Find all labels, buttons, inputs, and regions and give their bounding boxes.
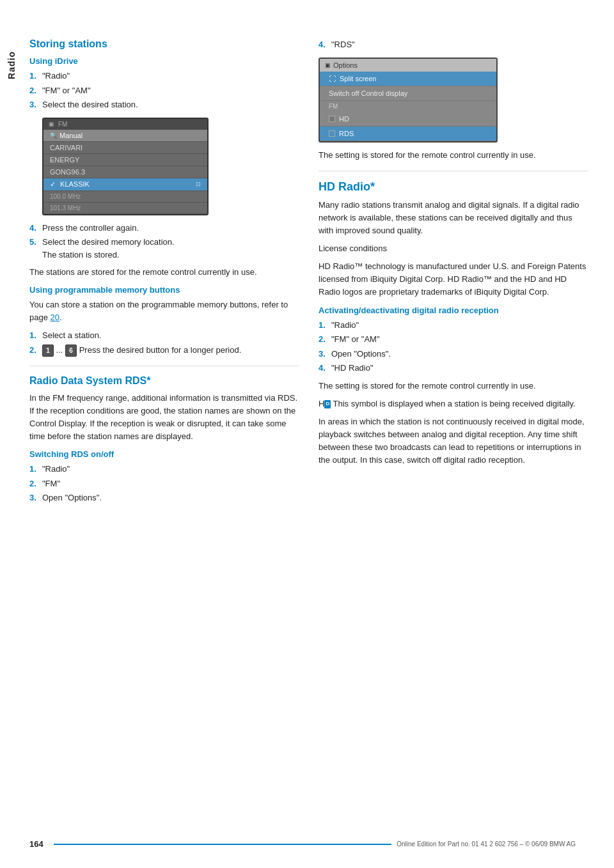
options-screen: ▣ Options ⛶ Split screen Switch off Cont… bbox=[319, 58, 498, 143]
list-item: 4. "HD Radio" bbox=[319, 362, 588, 375]
activating-steps-list: 1. "Radio" 2. "FM" or "AM" 3. Open "Opti… bbox=[319, 319, 588, 375]
step-text: "FM" or "AM" bbox=[42, 84, 91, 97]
radio-freq-item: 100.0 MHz bbox=[43, 191, 207, 203]
options-rds-item: RDS bbox=[320, 127, 496, 141]
memory-btn-6: 6 bbox=[65, 345, 77, 357]
step-text: Select a station. bbox=[42, 329, 102, 342]
list-item: 1. Select a station. bbox=[29, 329, 299, 342]
step-text: Open "Options". bbox=[331, 348, 391, 360]
radio-screen-body: 🔍 Manual CARIVARI ENERGY GONG96.3 ✓ KLAS… bbox=[43, 130, 207, 214]
step-num: 3. bbox=[319, 348, 329, 360]
options-title: Options bbox=[333, 61, 358, 69]
step-text: "Radio" bbox=[42, 70, 70, 82]
hd-symbol: D bbox=[324, 400, 331, 408]
list-item: 3. Open "Options". bbox=[29, 492, 299, 504]
step-num: 5. bbox=[29, 236, 40, 249]
step-text: Press the controller again. bbox=[42, 222, 139, 235]
list-item: 2. "FM" or "AM" bbox=[29, 84, 299, 97]
right-column: 4. "RDS" ▣ Options ⛶ Split screen Switch… bbox=[319, 38, 588, 817]
radio-brand-icon: ▣ bbox=[49, 121, 54, 127]
step-text: "Radio" bbox=[331, 319, 359, 332]
step-num: 2. bbox=[319, 333, 329, 346]
page-number: 164 bbox=[29, 839, 43, 849]
using-idrive-subtitle: Using iDrive bbox=[29, 56, 299, 66]
radio-freq-item: 101.3 MHz bbox=[43, 203, 207, 214]
options-brand-icon: ▣ bbox=[325, 62, 331, 68]
step-num: 4. bbox=[319, 38, 329, 51]
list-item: 3. Select the desired station. bbox=[29, 98, 299, 111]
programmable-body: You can store a station on the programma… bbox=[29, 298, 299, 324]
left-column: Storing stations Using iDrive 1. "Radio"… bbox=[29, 38, 299, 817]
idrive-body: The stations are stored for the remote c… bbox=[29, 266, 299, 279]
search-icon: 🔍 bbox=[50, 132, 57, 139]
hd-checkbox bbox=[329, 116, 335, 122]
rds-step4-list: 4. "RDS" bbox=[319, 38, 588, 51]
step-num: 1. bbox=[319, 319, 329, 332]
footer-text: Online Edition for Part no. 01 41 2 602 … bbox=[397, 841, 576, 848]
sidebar-tab: Radio bbox=[0, 0, 23, 868]
radio-manual-item: 🔍 Manual bbox=[43, 130, 207, 142]
activating-body3: In areas in which the station is not con… bbox=[319, 415, 588, 467]
list-item: 1. "Radio" bbox=[319, 319, 588, 332]
step-text: Select the desired memory location.The s… bbox=[42, 236, 175, 261]
rds-steps-list: 1. "Radio" 2. "FM" 3. Open "Options". bbox=[29, 463, 299, 504]
manual-label: Manual bbox=[59, 132, 83, 139]
step-text: "HD Radio" bbox=[331, 362, 374, 375]
radio-list-item: ENERGY bbox=[43, 154, 207, 166]
list-item: 1. "Radio" bbox=[29, 70, 299, 82]
footer-line bbox=[54, 844, 392, 845]
main-content: Storing stations Using iDrive 1. "Radio"… bbox=[23, 0, 614, 868]
step-text: 1 ... 6 Press the desired button for a l… bbox=[42, 344, 241, 357]
options-body: The setting is stored for the remote con… bbox=[319, 149, 588, 162]
rds-body: In the FM frequency range, additional in… bbox=[29, 392, 299, 444]
rds-checkbox bbox=[329, 130, 335, 137]
hd-symbol-desc: This symbol is displayed when a station … bbox=[333, 399, 576, 408]
list-item: 4. "RDS" bbox=[319, 38, 588, 51]
step-text: "FM" bbox=[42, 477, 60, 490]
step-num: 1. bbox=[29, 463, 40, 476]
step-text: "FM" or "AM" bbox=[331, 333, 380, 346]
activating-subtitle: Activating/deactivating digital radio re… bbox=[319, 306, 588, 315]
rds-label: RDS bbox=[339, 130, 354, 137]
switching-rds-subtitle: Switching RDS on/off bbox=[29, 449, 299, 459]
sidebar-label: Radio bbox=[6, 51, 17, 79]
list-item: 5. Select the desired memory location.Th… bbox=[29, 236, 299, 261]
hd-label: HD bbox=[339, 115, 349, 123]
section-divider bbox=[29, 366, 299, 366]
memory-btn-1: 1 bbox=[42, 345, 54, 357]
step-text: Select the desired station. bbox=[42, 98, 138, 111]
using-programmable-subtitle: Using programmable memory buttons bbox=[29, 285, 299, 295]
options-switch-off: Switch off Control display bbox=[320, 86, 496, 101]
license-label: License conditions bbox=[319, 242, 588, 255]
list-item: 2. "FM" or "AM" bbox=[319, 333, 588, 346]
rds-title: Radio Data System RDS* bbox=[29, 375, 299, 387]
step-num: 3. bbox=[29, 98, 40, 111]
split-screen-label: Split screen bbox=[340, 75, 376, 82]
options-hd-item: HD bbox=[320, 112, 496, 127]
license-body: HD Radio™ technology is manufactured und… bbox=[319, 260, 588, 298]
hd-radio-title: HD Radio* bbox=[319, 180, 588, 194]
list-item: 4. Press the controller again. bbox=[29, 222, 299, 235]
storing-stations-title: Storing stations bbox=[29, 38, 299, 50]
step-num: 2. bbox=[29, 344, 40, 357]
programmable-steps-list: 1. Select a station. 2. 1 ... 6 Press th… bbox=[29, 329, 299, 357]
hd-radio-body1: Many radio stations transmit analog and … bbox=[319, 199, 588, 237]
step-text: "RDS" bbox=[331, 38, 355, 51]
list-item: 2. 1 ... 6 Press the desired button for … bbox=[29, 344, 299, 357]
radio-selected-item: ✓ KLASSIK ⊡ bbox=[43, 178, 207, 191]
radio-list-item: GONG96.3 bbox=[43, 166, 207, 178]
activating-body1: The setting is stored for the remote con… bbox=[319, 380, 588, 392]
options-header: ▣ Options bbox=[320, 59, 496, 72]
radio-list-item: CARIVARI bbox=[43, 142, 207, 154]
step-num: 4. bbox=[319, 362, 329, 375]
step-num: 1. bbox=[29, 329, 40, 342]
step-num: 2. bbox=[29, 84, 40, 97]
radio-screen-header: ▣ FM bbox=[43, 119, 207, 130]
split-screen-icon: ⛶ bbox=[329, 75, 336, 82]
step-text: Open "Options". bbox=[42, 492, 102, 504]
list-item: 1. "Radio" bbox=[29, 463, 299, 476]
switch-off-label: Switch off Control display bbox=[329, 89, 407, 97]
activating-body2: HD This symbol is displayed when a stati… bbox=[319, 398, 588, 410]
bookmark-icon: ⊡ bbox=[196, 181, 201, 187]
page-link[interactable]: 20 bbox=[51, 313, 59, 322]
